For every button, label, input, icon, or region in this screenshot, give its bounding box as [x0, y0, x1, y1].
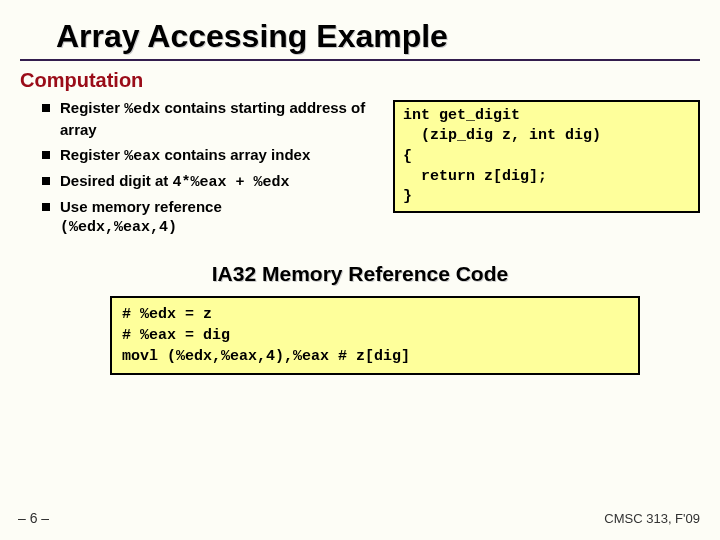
bullet-2-pre: Register [60, 146, 124, 163]
bullet-2-code: %eax [124, 148, 160, 165]
asm-code-box: # %edx = z # %eax = dig movl (%edx,%eax,… [110, 296, 640, 375]
left-column: Register %edx contains starting address … [20, 98, 375, 236]
section-heading: Computation [20, 69, 700, 92]
content-columns: Register %edx contains starting address … [20, 98, 700, 236]
bullet-4: Use memory reference [42, 197, 375, 217]
slide: Array Accessing Example Computation Regi… [0, 0, 720, 540]
bullet-4-sub: (%edx,%eax,4) [20, 219, 375, 236]
ia32-heading: IA32 Memory Reference Code [20, 262, 700, 286]
slide-title: Array Accessing Example [56, 18, 700, 55]
bullet-1: Register %edx contains starting address … [42, 98, 375, 141]
right-column: int get_digit (zip_dig z, int dig) { ret… [393, 98, 700, 236]
bullet-1-pre: Register [60, 99, 124, 116]
course-footer: CMSC 313, F'09 [604, 511, 700, 526]
bullet-2: Register %eax contains array index [42, 145, 375, 167]
bullet-1-code: %edx [124, 101, 160, 118]
page-number: – 6 – [18, 510, 49, 526]
bullet-list: Register %edx contains starting address … [20, 98, 375, 217]
bullet-2-post: contains array index [160, 146, 310, 163]
title-rule [20, 59, 700, 61]
bullet-3: Desired digit at 4*%eax + %edx [42, 171, 375, 193]
c-code-box: int get_digit (zip_dig z, int dig) { ret… [393, 100, 700, 213]
bullet-3-pre: Desired digit at [60, 172, 173, 189]
bullet-3-code: 4*%eax + %edx [173, 174, 290, 191]
